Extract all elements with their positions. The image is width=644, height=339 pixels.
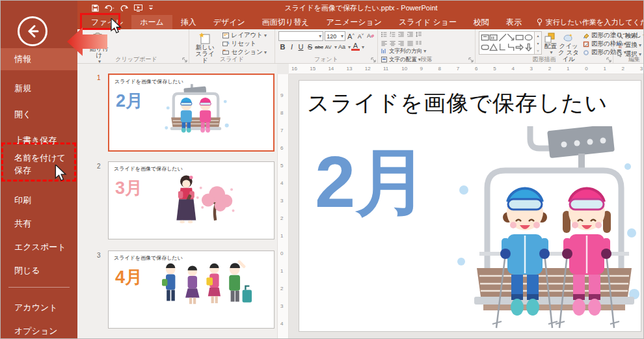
align-left-icon[interactable] (381, 40, 387, 47)
font-color-button[interactable]: A (351, 43, 360, 51)
shape-effects-icon (583, 49, 589, 56)
reset-button[interactable]: リセット (222, 40, 267, 48)
tab-view[interactable]: 表示 (498, 15, 530, 29)
undo-icon[interactable] (105, 5, 114, 12)
tab-design[interactable]: デザイン (205, 15, 254, 29)
sidebar-item-close[interactable]: 閉じる (1, 260, 77, 282)
sidebar-item-share[interactable]: 共有 (1, 213, 77, 235)
shape-textbox2-icon[interactable] (489, 33, 498, 42)
shape-elbow-icon[interactable] (507, 43, 515, 51)
tab-animations[interactable]: アニメーション (317, 15, 390, 29)
start-slideshow-icon[interactable] (134, 5, 142, 12)
shape-gallery[interactable] (479, 31, 535, 55)
arrange-label: 配置 (544, 43, 557, 49)
text-shadow-button[interactable]: abc (315, 44, 323, 50)
sidebar-item-export[interactable]: エクスポート (1, 236, 77, 258)
underline-button[interactable]: U (297, 43, 305, 51)
tab-insert[interactable]: 挿入 (172, 15, 205, 29)
font-name-combo[interactable]: ▾ (278, 31, 323, 41)
decrease-indent-icon[interactable] (398, 31, 404, 38)
sidebar-item-info[interactable]: 情報 (1, 48, 77, 70)
shape-l-icon[interactable] (498, 43, 507, 51)
align-right-icon[interactable] (398, 40, 404, 47)
svg-text:A: A (367, 33, 371, 39)
find-button[interactable]: 検索 (617, 31, 644, 40)
layout-button[interactable]: レイアウト▾ (222, 31, 267, 40)
italic-button[interactable]: I (288, 43, 296, 51)
powerpoint-window: 情報 新規 開く 上書き保存 名前を付けて保存 印刷 共有 エクスポート 閉じる… (0, 0, 644, 339)
sidebar-item-account[interactable]: アカウント (1, 297, 77, 319)
thumbnail-1-month: 2月 (116, 89, 143, 113)
tab-home[interactable]: ホーム (131, 15, 172, 29)
shape-textbox-icon[interactable] (481, 33, 489, 42)
change-case-button[interactable]: Aa (338, 44, 346, 50)
shrink-font-button[interactable]: A˅ (356, 33, 365, 40)
shape-triangle-icon[interactable] (489, 43, 498, 51)
thumbnail-slide-2[interactable]: スライドを画像で保存したい 3月 (108, 161, 275, 239)
tell-me-box[interactable]: 実行したい作業を入力してください... (537, 15, 644, 29)
tab-file[interactable]: ファイル (83, 15, 131, 29)
group-font: ▾ 120▾ A˄ A˅ A B I U S abc AV▾ Aa▾ A▾ (275, 29, 378, 63)
thumbnail-2-kimono-woman-cherry-tree-illustration (162, 170, 235, 227)
shape-fill-icon (583, 33, 589, 39)
line-spacing-icon[interactable] (416, 31, 422, 38)
numbering-icon[interactable] (390, 31, 396, 38)
tab-slideshow[interactable]: スライド ショー (390, 15, 465, 29)
text-direction-button[interactable]: 文字列の方向▾ (381, 47, 432, 55)
sidebar-item-open[interactable]: 開く (1, 103, 77, 126)
back-button[interactable] (18, 16, 47, 46)
ribbon-tab-bar: ファイル ホーム 挿入 デザイン 画面切り替え アニメーション スライド ショー… (77, 15, 644, 29)
strikethrough-button[interactable]: S (306, 43, 314, 51)
slide-month-text[interactable]: 2月 (315, 146, 428, 219)
quick-styles-icon (563, 33, 573, 43)
shape-oval-icon[interactable] (524, 33, 533, 42)
clear-formatting-button[interactable]: A (366, 32, 375, 40)
group-slides: 新しいスライド▾ レイアウト▾ リセット セクション▾ (189, 29, 275, 63)
font-size-combo[interactable]: 120▾ (325, 31, 345, 41)
redo-icon[interactable] (120, 5, 128, 12)
thumbnail-slide-1[interactable]: スライドを画像で保存したい 2月 (108, 74, 275, 152)
bold-button[interactable]: B (278, 43, 287, 51)
backstage-sidebar: 情報 新規 開く 上書き保存 名前を付けて保存 印刷 共有 エクスポート 閉じる… (1, 1, 77, 339)
increase-indent-icon[interactable] (407, 31, 413, 38)
drawing-dialog-launcher-icon[interactable] (606, 57, 611, 62)
font-dialog-launcher-icon[interactable] (371, 57, 376, 62)
group-clipboard: 貼り付け▾ 切り取り コピー▾ 書式のコピー/貼り付け (84, 29, 189, 63)
layout-icon (222, 33, 229, 38)
shape-arrow-down-icon[interactable] (524, 43, 533, 51)
font-size-value: 120 (327, 33, 336, 40)
paragraph-dialog-launcher-icon[interactable] (468, 57, 474, 62)
grow-font-button[interactable]: A˄ (347, 33, 355, 40)
character-spacing-button[interactable]: AV (324, 44, 332, 50)
ribbon: 貼り付け▾ 切り取り コピー▾ 書式のコピー/貼り付け (77, 29, 644, 64)
slide-editing-area[interactable]: スライドを画像で保存したい 2月 (299, 80, 641, 332)
slide-canvas-area: 161514131211109876543210123 スライドを画像で保存した… (289, 64, 644, 339)
shape-rectangle-icon[interactable] (515, 33, 524, 42)
sidebar-item-new[interactable]: 新規 (1, 77, 77, 100)
columns-icon[interactable] (416, 40, 422, 47)
shape-arrow-right-icon[interactable] (515, 43, 524, 51)
customize-toolbar-icon[interactable] (148, 5, 154, 11)
bullets-icon[interactable] (381, 31, 387, 38)
sidebar-item-print[interactable]: 印刷 (1, 189, 77, 211)
main-window: スライドを画像で保存したい.pptx - PowerPoint (77, 1, 644, 339)
align-center-icon[interactable] (390, 40, 396, 47)
sidebar-item-save-as[interactable]: 名前を付けて保存 (1, 150, 66, 178)
section-icon (222, 49, 229, 55)
thumbnail-slide-3[interactable]: スライドを画像で保存したい 4月 (108, 251, 275, 329)
tab-review[interactable]: 校閲 (465, 15, 498, 29)
slide-title-text[interactable]: スライドを画像で保存したい (307, 88, 608, 118)
tab-transitions[interactable]: 画面切り替え (254, 15, 318, 29)
replace-icon: abac (617, 42, 623, 48)
shape-rounded-rect-icon[interactable] (481, 43, 489, 51)
shape-line-icon[interactable] (498, 33, 507, 42)
find-label: 検索 (625, 32, 637, 40)
save-icon[interactable] (92, 5, 99, 12)
justify-icon[interactable] (407, 40, 413, 47)
clipboard-dialog-launcher-icon[interactable] (182, 57, 187, 62)
sidebar-item-save[interactable]: 上書き保存 (1, 129, 77, 152)
sidebar-item-options[interactable]: オプション (1, 320, 77, 339)
shape-gallery-scroll[interactable]: ▴▾▿ (535, 31, 542, 55)
replace-button[interactable]: abac 置換▾ (617, 40, 644, 49)
shape-arrow-icon[interactable] (507, 33, 515, 42)
